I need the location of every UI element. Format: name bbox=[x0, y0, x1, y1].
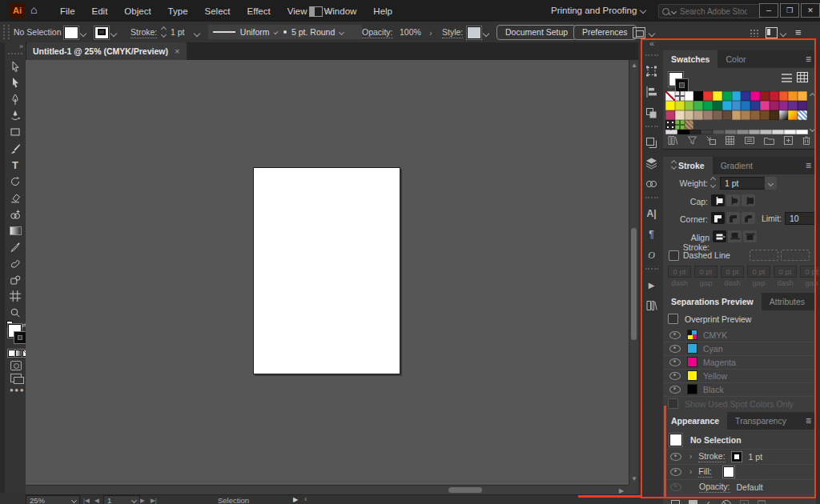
collapse-panels-icon[interactable]: « bbox=[649, 38, 654, 48]
appearance-fill-chip[interactable] bbox=[723, 466, 734, 478]
swatch[interactable] bbox=[722, 91, 732, 101]
controlbar-drag-handle[interactable] bbox=[3, 25, 10, 39]
stroke-weight-label[interactable]: Stroke: bbox=[131, 27, 157, 38]
swatch[interactable] bbox=[741, 91, 750, 101]
list-view-icon[interactable] bbox=[782, 74, 792, 82]
last-artboard-icon[interactable] bbox=[151, 497, 157, 504]
minimize-button[interactable] bbox=[759, 3, 778, 18]
swatch[interactable] bbox=[703, 110, 713, 120]
character-panel-icon[interactable]: A| bbox=[641, 205, 661, 223]
swatch[interactable] bbox=[722, 110, 732, 120]
new-swatch-button[interactable] bbox=[783, 134, 794, 146]
color-button[interactable] bbox=[8, 350, 15, 357]
previous-artboard-icon[interactable] bbox=[94, 497, 99, 504]
stroke-weight-stepper[interactable] bbox=[160, 26, 167, 38]
limit-field[interactable]: 10 bbox=[785, 212, 815, 225]
blob-brush-tool[interactable] bbox=[6, 255, 25, 272]
layers-panel-icon[interactable] bbox=[641, 154, 661, 173]
type-tool[interactable]: T bbox=[6, 157, 25, 174]
opacity-value[interactable]: 100% bbox=[400, 27, 421, 37]
cap-butt-button[interactable] bbox=[711, 194, 725, 206]
appearance-menu-icon[interactable]: ≡ bbox=[806, 415, 811, 426]
plate-visibility-eye-icon[interactable] bbox=[669, 331, 681, 339]
transform-panel-icon[interactable] bbox=[641, 62, 661, 81]
swatch[interactable] bbox=[713, 91, 722, 101]
fill-expand-icon[interactable]: › bbox=[689, 467, 692, 476]
libraries-panel-icon[interactable] bbox=[641, 297, 661, 315]
swatch[interactable] bbox=[732, 91, 742, 101]
tab-color[interactable]: Color bbox=[718, 50, 754, 68]
preferences-button[interactable]: Preferences bbox=[573, 25, 637, 40]
swatch[interactable] bbox=[675, 110, 685, 120]
first-artboard-icon[interactable] bbox=[83, 497, 90, 504]
direct-selection-tool[interactable] bbox=[6, 75, 25, 92]
swatch[interactable] bbox=[741, 101, 750, 110]
artboard-tool[interactable] bbox=[6, 288, 25, 305]
stroke-visibility-eye-icon[interactable] bbox=[670, 453, 681, 461]
style-chip[interactable] bbox=[467, 26, 481, 39]
stroke-weight-value[interactable]: 1 pt bbox=[171, 27, 185, 37]
search-field[interactable] bbox=[658, 4, 762, 18]
gradient-tool[interactable] bbox=[6, 222, 25, 239]
swatch[interactable] bbox=[779, 91, 789, 101]
panel-group-drag-handle[interactable] bbox=[645, 126, 658, 130]
close-button[interactable] bbox=[801, 3, 820, 18]
search-input[interactable] bbox=[678, 6, 749, 17]
dash-gap-field-2[interactable]: 0 pt bbox=[721, 266, 744, 278]
cap-projecting-button[interactable] bbox=[742, 194, 755, 206]
controlbar-menu-icon[interactable]: ≡ bbox=[795, 26, 802, 38]
tab-transparency[interactable]: Transparency bbox=[727, 412, 794, 430]
swatch[interactable] bbox=[703, 101, 713, 110]
rectangle-tool[interactable] bbox=[6, 124, 25, 141]
document-tab[interactable]: Untitled-1 @ 25% (CMYK/Preview) × bbox=[26, 42, 187, 60]
preserve-dash-button[interactable] bbox=[750, 250, 778, 261]
artboards-panel-icon[interactable] bbox=[641, 134, 661, 152]
swatch[interactable] bbox=[750, 110, 760, 120]
workspace-switcher[interactable]: Printing and Proofing bbox=[551, 6, 637, 15]
fill-visibility-eye-icon[interactable] bbox=[670, 468, 681, 476]
stroke-menu-icon[interactable]: ≡ bbox=[806, 160, 811, 171]
edit-toolbar-icon[interactable]: ●●● bbox=[10, 386, 25, 394]
paragraph-panel-icon[interactable]: ¶ bbox=[641, 226, 661, 244]
menu-edit[interactable]: Edit bbox=[85, 6, 115, 16]
controlbar-overflow-icon[interactable]: › bbox=[429, 28, 432, 38]
dash-gap-field-4[interactable]: 0 pt bbox=[774, 266, 797, 278]
search-scope-caret-icon[interactable] bbox=[671, 8, 677, 14]
tools-drag-handle[interactable] bbox=[8, 53, 22, 57]
plate-visibility-eye-icon[interactable] bbox=[669, 358, 681, 366]
appearance-opacity-label[interactable]: Opacity: bbox=[699, 482, 730, 493]
cap-round-button[interactable] bbox=[726, 194, 740, 206]
panel-dock-caret-icon[interactable] bbox=[780, 30, 786, 37]
add-new-fill-button[interactable] bbox=[689, 498, 697, 504]
align-panel-icon[interactable] bbox=[641, 83, 661, 102]
swatch[interactable] bbox=[788, 91, 798, 101]
selection-tool[interactable] bbox=[6, 58, 25, 75]
swatch[interactable] bbox=[788, 110, 798, 120]
menu-file[interactable]: File bbox=[53, 6, 82, 16]
fill-caret-icon[interactable] bbox=[80, 30, 86, 37]
swatch[interactable] bbox=[722, 101, 732, 110]
style-label[interactable]: Style: bbox=[442, 27, 463, 38]
status-back-icon[interactable] bbox=[304, 494, 307, 503]
opentype-panel-icon[interactable]: O bbox=[641, 246, 661, 265]
status-flyout-icon[interactable] bbox=[293, 496, 298, 503]
weight-stepper[interactable] bbox=[709, 177, 717, 188]
swatch[interactable] bbox=[750, 101, 760, 110]
swatch[interactable] bbox=[693, 101, 703, 110]
swatch[interactable] bbox=[798, 110, 807, 120]
pen-tool[interactable] bbox=[6, 91, 25, 108]
swatch-scroll-down-icon[interactable] bbox=[810, 126, 815, 132]
swatch[interactable] bbox=[665, 101, 675, 110]
pathfinder-panel-icon[interactable] bbox=[641, 104, 661, 122]
swatch[interactable] bbox=[685, 110, 694, 120]
menu-object[interactable]: Object bbox=[117, 6, 158, 16]
swatches-stroke-proxy[interactable] bbox=[676, 79, 688, 91]
swatch[interactable] bbox=[779, 101, 789, 110]
appearance-fill-label[interactable]: Fill: bbox=[698, 466, 711, 478]
maximize-button[interactable] bbox=[780, 3, 799, 18]
plate-visibility-eye-icon[interactable] bbox=[669, 386, 681, 394]
zoom-level-dropdown[interactable]: 25% bbox=[26, 495, 80, 504]
delete-swatch-button[interactable] bbox=[802, 134, 811, 146]
dashed-line-checkbox[interactable] bbox=[669, 250, 679, 261]
opacity-label[interactable]: Opacity: bbox=[362, 27, 393, 38]
